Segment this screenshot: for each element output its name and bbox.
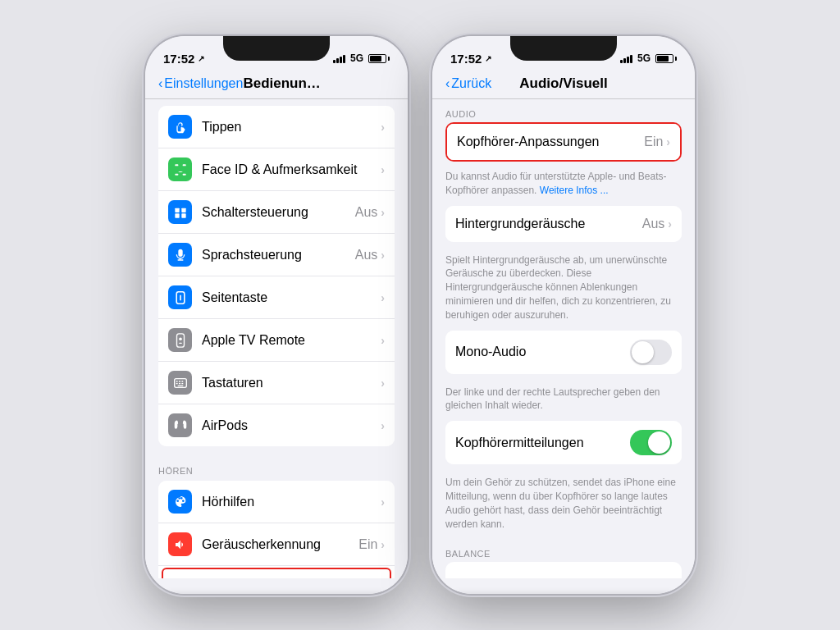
nav-title-2: Audio/Visuell <box>519 75 608 92</box>
svg-rect-3 <box>182 173 185 175</box>
kopfmitteilungen-toggle[interactable] <box>630 430 672 455</box>
svg-rect-0 <box>175 164 178 166</box>
status-icons-2: 5G <box>620 52 677 64</box>
mono-label: Mono-Audio <box>455 345 630 359</box>
chevron-tippen: › <box>381 121 385 134</box>
group-mono: Mono-Audio <box>445 331 682 374</box>
battery-icon-2 <box>655 54 677 63</box>
hintergrund-desc: Spielt Hintergrundgeräusche ab, um unerw… <box>432 249 695 331</box>
balance-right: R <box>660 577 669 578</box>
svg-rect-16 <box>181 381 183 381</box>
chevron-tastaturen: › <box>381 377 385 390</box>
item-schalter[interactable]: Schaltersteuerung Aus › <box>158 191 395 234</box>
hoerhilfen-label: Hörhilfen <box>202 495 381 509</box>
back-chevron-2: ‹ <box>445 76 450 91</box>
chevron-sprach: › <box>381 249 385 262</box>
chevron-airpods: › <box>381 419 385 432</box>
tastaturen-label: Tastaturen <box>202 376 381 390</box>
screen-2: 17:52 ↗ 5G <box>432 36 695 594</box>
chevron-geraeuch: › <box>381 538 385 551</box>
chevron-schalter: › <box>381 206 385 219</box>
geraeuch-label: Geräuscherkennung <box>202 537 358 552</box>
status-icons-1: 5G <box>333 52 390 64</box>
kopfmitteilungen-label: Kopfhörermitteilungen <box>455 436 630 450</box>
balance-left: L <box>459 577 465 578</box>
chevron-hintergrund: › <box>668 217 672 231</box>
kopfhoerer-link[interactable]: Weitere Infos ... <box>540 185 609 196</box>
network-label-2: 5G <box>637 52 651 64</box>
back-button-2[interactable]: ‹ Zurück <box>445 76 519 91</box>
remote-icon <box>168 328 192 352</box>
svg-rect-19 <box>181 383 183 384</box>
chevron-faceid: › <box>381 163 385 176</box>
svg-rect-15 <box>179 381 180 381</box>
tippen-label: Tippen <box>202 120 381 135</box>
item-kopfhoerer[interactable]: Kopfhörer-Anpassungen Ein › <box>447 124 680 160</box>
item-audio[interactable]: Audio/Visuell › <box>162 568 391 578</box>
location-icon: ↗ <box>198 54 204 63</box>
sprach-value: Aus <box>355 248 378 262</box>
phone-2: 17:52 ↗ 5G <box>432 36 695 594</box>
phone-1: 17:52 ↗ 5G <box>145 36 408 594</box>
back-label-1: Einstellungen <box>164 76 243 91</box>
item-sprach[interactable]: Sprachsteuerung Aus › <box>158 234 395 276</box>
svg-rect-20 <box>177 385 183 386</box>
back-label-2: Zurück <box>451 76 491 91</box>
chevron-hoerhilfen: › <box>381 495 385 509</box>
svg-rect-7 <box>181 213 185 217</box>
kopfmitteilungen-desc: Um dein Gehör zu schützen, sendet das iP… <box>432 471 695 539</box>
airpods-label: AirPods <box>202 418 381 433</box>
item-tastaturen[interactable]: Tastaturen › <box>158 362 395 404</box>
schalter-value: Aus <box>355 205 378 220</box>
content-1[interactable]: Tippen › Face ID & Aufmerksamkeit › <box>145 99 408 578</box>
faceid-icon <box>168 158 192 181</box>
status-bar-2: 17:52 ↗ 5G <box>432 36 695 72</box>
group-hoeren: Hörhilfen › Geräuscherkennung Ein › <box>158 481 395 578</box>
nav-bar-2: ‹ Zurück Audio/Visuell <box>432 72 695 99</box>
location-icon-2: ↗ <box>485 54 491 63</box>
kopfhoerer-value: Ein <box>644 135 663 149</box>
schalter-label: Schaltersteuerung <box>202 205 355 220</box>
kopfhoerer-desc: Du kannst Audio für unterstützte Apple- … <box>432 165 695 206</box>
content-2[interactable]: AUDIO Kopfhörer-Anpassungen Ein › Du kan… <box>432 99 695 578</box>
group-hintergrund: Hintergrundgeräusche Aus › <box>445 206 682 242</box>
seiten-icon <box>168 285 192 309</box>
chevron-seiten: › <box>381 291 385 304</box>
balance-control: L R <box>445 568 682 578</box>
time-1: 17:52 ↗ <box>163 52 204 66</box>
screen-1: 17:52 ↗ 5G <box>145 36 408 594</box>
item-remote[interactable]: Apple TV Remote › <box>158 319 395 362</box>
item-tippen[interactable]: Tippen › <box>158 106 395 148</box>
back-button-1[interactable]: ‹ Einstellungen <box>158 76 243 91</box>
svg-rect-14 <box>176 381 177 381</box>
sprach-label: Sprachsteuerung <box>202 248 355 262</box>
item-faceid[interactable]: Face ID & Aufmerksamkeit › <box>158 148 395 191</box>
airpods-icon <box>168 413 192 437</box>
chevron-remote: › <box>381 334 385 347</box>
item-hoerhilfen[interactable]: Hörhilfen › <box>158 481 395 523</box>
group-kopfmitteilungen: Kopfhörermitteilungen <box>445 421 682 464</box>
item-mono[interactable]: Mono-Audio <box>445 331 682 374</box>
section-audio: AUDIO <box>432 99 695 122</box>
item-geraeuch[interactable]: Geräuscherkennung Ein › <box>158 523 395 566</box>
kopfhoerer-label: Kopfhörer-Anpassungen <box>457 135 644 149</box>
status-bar-1: 17:52 ↗ 5G <box>145 36 408 72</box>
faceid-label: Face ID & Aufmerksamkeit <box>202 162 381 177</box>
tastaturen-icon <box>168 371 192 395</box>
item-hintergrund[interactable]: Hintergrundgeräusche Aus › <box>445 206 682 242</box>
mono-toggle[interactable] <box>630 340 672 365</box>
time-2: 17:52 ↗ <box>450 52 491 66</box>
svg-rect-5 <box>181 208 185 212</box>
section-hoeren: HÖREN <box>145 453 408 481</box>
balance-labels: L R <box>459 577 669 578</box>
kopfhoerer-group: Kopfhörer-Anpassungen Ein › <box>445 122 682 162</box>
mono-desc: Der linke und der rechte Lautsprecher ge… <box>432 381 695 422</box>
svg-rect-2 <box>175 173 178 175</box>
remote-label: Apple TV Remote <box>202 333 381 348</box>
item-airpods[interactable]: AirPods › <box>158 404 395 446</box>
item-kopfmitteilungen[interactable]: Kopfhörermitteilungen <box>445 421 682 464</box>
battery-icon <box>368 54 390 63</box>
hintergrund-value: Aus <box>642 217 665 231</box>
item-seiten[interactable]: Seitentaste › <box>158 276 395 319</box>
svg-rect-1 <box>182 164 185 166</box>
